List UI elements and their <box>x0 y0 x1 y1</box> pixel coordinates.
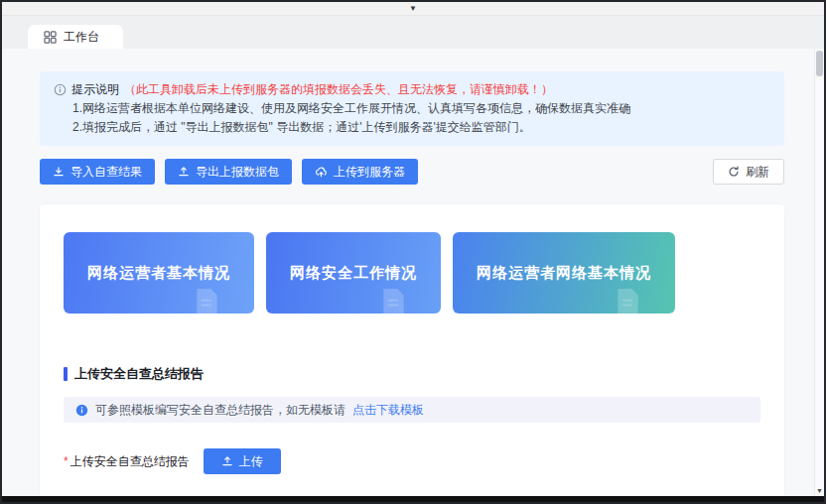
card-security-work-info[interactable]: 网络安全工作情况 <box>266 232 441 314</box>
document-icon <box>381 288 407 314</box>
document-icon <box>616 288 641 314</box>
notice-instruction-1: 1.网络运营者根据本单位网络建设、使用及网络安全工作展开情况、认真填写各项信息，… <box>72 99 770 118</box>
grid-icon <box>44 31 57 44</box>
notice-header: 提示说明 （此工具卸载后未上传到服务器的填报数据会丢失、且无法恢复，请谨慎卸载！… <box>54 80 770 99</box>
download-template-link[interactable]: 点击下载模板 <box>352 402 424 419</box>
template-hint-bar: 可参照模板编写安全自查总结报告，如无模板请点击下载模板 <box>64 397 760 423</box>
upload-report-field: * 上传安全自查总结报告 上传 <box>64 448 760 474</box>
cloud-upload-icon <box>315 166 328 179</box>
download-tray-icon <box>53 166 65 178</box>
tab-workbench-label: 工作台 <box>64 29 99 46</box>
refresh-button[interactable]: 刷新 <box>713 159 784 185</box>
upload-to-server-button[interactable]: 上传到服务器 <box>302 159 418 185</box>
main-panel: 网络运营者基本情况 网络安全工作情况 网络运 <box>40 204 784 496</box>
collapse-arrow-icon[interactable]: ▼ <box>409 5 417 13</box>
card-operator-basic-info[interactable]: 网络运营者基本情况 <box>64 232 254 314</box>
info-circle-filled-icon <box>75 404 88 417</box>
toolbar-left: 导入自查结果 导出上报数据包 上传到服务器 <box>40 159 418 185</box>
title-accent-bar <box>64 367 68 381</box>
hint-text: 可参照模板编写安全自查总结报告，如无模板请 <box>95 402 345 419</box>
bottom-bar <box>2 496 824 502</box>
import-results-label: 导入自查结果 <box>70 164 142 181</box>
export-package-button[interactable]: 导出上报数据包 <box>165 159 292 185</box>
scrollbar-thumb[interactable] <box>816 51 823 76</box>
page-content: 提示说明 （此工具卸载后未上传到服务器的填报数据会丢失、且无法恢复，请谨慎卸载！… <box>2 49 814 496</box>
tab-workbench[interactable]: 工作台 <box>28 25 123 49</box>
notice-box: 提示说明 （此工具卸载后未上传到服务器的填报数据会丢失、且无法恢复，请谨慎卸载！… <box>40 71 784 146</box>
window-titlebar: ▼ <box>2 2 824 16</box>
card-security-work-info-label: 网络安全工作情况 <box>290 264 417 283</box>
notice-instruction-2: 2.填报完成后，通过 "导出上报数据包" 导出数据；通过'上传到服务器'提交给监… <box>72 118 770 137</box>
app-window: ▼ 工作台 提示说明 （此工具卸载后未上传到服务器的填报数 <box>0 0 826 504</box>
card-operator-network-info-label: 网络运营者网络基本情况 <box>477 264 651 283</box>
scrollbar[interactable]: ▼ <box>814 49 824 496</box>
report-section-header: 上传安全自查总结报告 <box>64 365 760 383</box>
card-operator-basic-info-label: 网络运营者基本情况 <box>87 264 230 283</box>
upload-to-server-label: 上传到服务器 <box>334 164 405 181</box>
required-mark: * <box>64 454 69 468</box>
notice-title: 提示说明 <box>71 80 119 99</box>
document-icon <box>195 288 220 314</box>
info-circle-outline-icon <box>54 83 67 96</box>
tab-bar: 工作台 <box>2 16 824 49</box>
upload-tray-icon <box>221 455 233 467</box>
notice-warning-text: （此工具卸载后未上传到服务器的填报数据会丢失、且无法恢复，请谨慎卸载！） <box>124 80 553 99</box>
toolbar: 导入自查结果 导出上报数据包 上传到服务器 <box>40 159 784 185</box>
import-results-button[interactable]: 导入自查结果 <box>40 159 155 185</box>
card-operator-network-info[interactable]: 网络运营者网络基本情况 <box>453 232 675 314</box>
upload-tray-icon <box>178 166 190 178</box>
scroll-down-arrow[interactable]: ▼ <box>815 487 824 495</box>
upload-field-label: 上传安全自查总结报告 <box>70 453 190 470</box>
upload-report-button[interactable]: 上传 <box>204 448 281 474</box>
nav-cards-row: 网络运营者基本情况 网络安全工作情况 网络运 <box>64 232 760 314</box>
export-package-label: 导出上报数据包 <box>196 164 279 181</box>
upload-report-label: 上传 <box>239 453 263 470</box>
refresh-icon <box>728 166 740 178</box>
refresh-label: 刷新 <box>746 164 769 181</box>
report-section-title: 上传安全自查总结报告 <box>74 365 204 383</box>
